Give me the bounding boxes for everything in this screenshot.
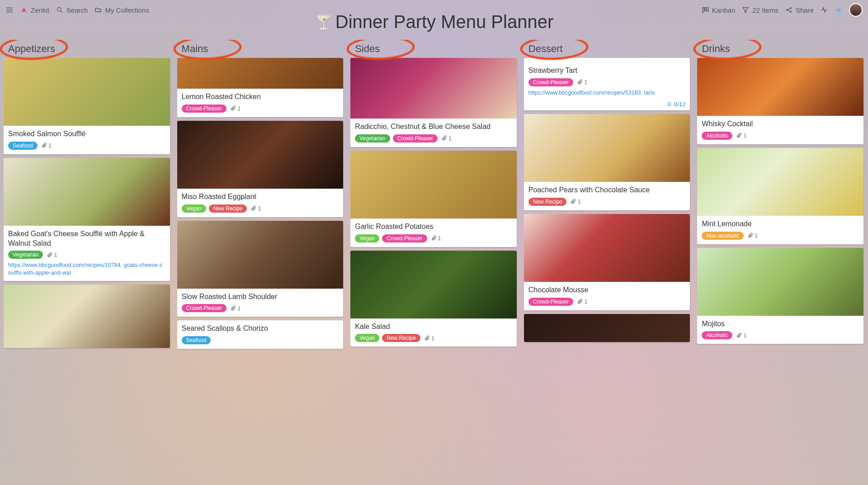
attachment-count[interactable]: 1 [570, 198, 580, 205]
card-image [350, 251, 517, 319]
kanban-board: AppetizersSmoked Salmon SouffléSeafood 1… [0, 40, 868, 485]
attachment-count[interactable]: 1 [41, 142, 52, 149]
card[interactable]: Miso Roasted EggplantVeganNew Recipe 1 [177, 121, 344, 217]
card-image [524, 314, 690, 342]
attachment-count[interactable]: 1 [230, 305, 241, 312]
tag[interactable]: Crowd-Pleaser [382, 234, 427, 242]
card-title: Poached Pears with Chocolate Sauce [528, 185, 686, 195]
card-image [4, 58, 170, 126]
card-title: Strawberry Tart [528, 66, 686, 76]
card-title: Smoked Salmon Soufflé [8, 129, 165, 139]
attachment-count[interactable]: 1 [47, 252, 57, 258]
tag[interactable]: Vegetarian [355, 134, 390, 143]
card-title: Baked Goat's Cheese Soufflé with Apple &… [8, 229, 165, 248]
tags-row: Non-alcoholic 1 [702, 232, 859, 240]
card[interactable]: Garlic Roasted PotatoesVeganCrowd-Please… [350, 151, 517, 247]
tag[interactable]: New Recipe [528, 198, 567, 206]
tag[interactable]: Seafood [8, 142, 38, 150]
card[interactable]: Strawberry TartCrowd-Pleaser 1https://ww… [524, 58, 690, 110]
tag[interactable]: Alcoholic [702, 132, 732, 140]
svg-line-14 [788, 10, 790, 12]
svg-rect-7 [704, 8, 706, 11]
svg-rect-8 [707, 8, 708, 12]
card-link[interactable]: https://www.bbcgoodfood.com/recipes/1078… [8, 262, 165, 276]
card-link[interactable]: https://www.bbcgoodfood.com/recipes/5316… [528, 89, 686, 96]
column-header[interactable]: Appetizers [4, 43, 55, 55]
tags-row: VeganCrowd-Pleaser 1 [355, 234, 512, 242]
attachment-count[interactable]: 1 [431, 235, 441, 242]
tag[interactable]: Crowd-Pleaser [528, 298, 573, 306]
card-image [177, 221, 344, 289]
column-header[interactable]: Dessert [524, 43, 563, 55]
card-title: Slow Roasted Lamb Shoulder [182, 292, 339, 302]
column-header[interactable]: Sides [350, 43, 380, 55]
card[interactable]: Seared Scallops & ChorizoSeafood [177, 320, 344, 349]
tags-row: VeganNew Recipe 1 [182, 204, 339, 213]
card-progress[interactable]: 0/12 [524, 101, 690, 110]
card-image [177, 58, 344, 89]
attachment-count[interactable]: 1 [747, 232, 758, 239]
card[interactable] [524, 314, 690, 342]
tag[interactable]: Alcoholic [702, 331, 732, 339]
card-title: Seared Scallops & Chorizo [182, 324, 339, 333]
tag[interactable]: Vegetarian [8, 251, 43, 259]
attachment-count[interactable]: 1 [577, 298, 587, 305]
card-title: Mint Lemonade [702, 219, 859, 229]
svg-point-11 [790, 8, 792, 9]
tag[interactable]: Crowd-Pleaser [182, 105, 226, 113]
column-dessert: DessertStrawberry TartCrowd-Pleaser 1htt… [524, 40, 691, 481]
tag[interactable]: Vegan [355, 234, 379, 242]
column-sides: SidesRadicchio, Chestnut & Blue Cheese S… [350, 40, 518, 481]
card-image [524, 58, 690, 62]
tags-row: VeganNew Recipe 1 [355, 334, 512, 342]
card[interactable]: Lemon Roasted ChickenCrowd-Pleaser 1 [177, 58, 344, 117]
card-title: Chocolate Mousse [528, 285, 686, 295]
svg-point-4 [57, 8, 61, 11]
attachment-count[interactable]: 1 [736, 332, 746, 339]
tag[interactable]: New Recipe [382, 334, 420, 342]
column-body: Lemon Roasted ChickenCrowd-Pleaser 1Miso… [177, 58, 344, 481]
card-title: Miso Roasted Eggplant [182, 192, 339, 202]
attachment-count[interactable]: 1 [736, 132, 746, 139]
card[interactable]: Smoked Salmon SouffléSeafood 1 [4, 58, 170, 154]
card-title: Mojitos [702, 319, 859, 329]
tag[interactable]: Vegan [182, 204, 206, 213]
attachment-count[interactable]: 1 [424, 335, 434, 342]
tags-row: Crowd-Pleaser 1 [528, 78, 686, 86]
tag[interactable]: Vegan [355, 334, 379, 342]
attachment-count[interactable]: 1 [441, 135, 452, 142]
tag[interactable]: Non-alcoholic [702, 232, 744, 240]
card[interactable]: Chocolate MousseCrowd-Pleaser 1 [524, 214, 690, 310]
card-image [697, 58, 863, 116]
attachment-count[interactable]: 1 [230, 105, 241, 112]
card[interactable]: Poached Pears with Chocolate SauceNew Re… [524, 114, 690, 210]
column-header[interactable]: Mains [177, 43, 208, 55]
tags-row: Crowd-Pleaser 1 [182, 304, 339, 312]
card-image [177, 121, 344, 189]
card-image [350, 58, 517, 119]
tag[interactable]: New Recipe [209, 204, 247, 213]
card-image [697, 148, 863, 216]
card[interactable]: MojitosAlcoholic 1 [697, 248, 863, 344]
cocktail-icon: 🍸 [315, 14, 333, 30]
card-image [4, 158, 170, 226]
card[interactable]: Baked Goat's Cheese Soufflé with Apple &… [4, 158, 170, 281]
card[interactable]: Mint LemonadeNon-alcoholic 1 [697, 148, 863, 244]
tag[interactable]: Crowd-Pleaser [528, 78, 573, 86]
tags-row: Alcoholic 1 [702, 331, 859, 339]
svg-marker-3 [22, 7, 27, 12]
card-title: Lemon Roasted Chicken [182, 92, 339, 102]
tag[interactable]: Crowd-Pleaser [393, 134, 438, 143]
attachment-count[interactable]: 1 [577, 79, 587, 86]
tags-row: VegetarianCrowd-Pleaser 1 [355, 134, 512, 143]
card[interactable]: Slow Roasted Lamb ShoulderCrowd-Pleaser … [177, 221, 344, 317]
tag[interactable]: Seafood [182, 336, 211, 344]
attachment-count[interactable]: 1 [250, 205, 261, 212]
card[interactable]: Kale SaladVeganNew Recipe 1 [350, 251, 517, 347]
card[interactable]: Radicchio, Chestnut & Blue Cheese SaladV… [350, 58, 517, 147]
tag[interactable]: Crowd-Pleaser [182, 304, 226, 312]
column-header[interactable]: Drinks [697, 43, 730, 55]
column-appetizers: AppetizersSmoked Salmon SouffléSeafood 1… [4, 40, 171, 481]
card[interactable]: Whisky CocktailAlcoholic 1 [697, 58, 863, 144]
card[interactable] [4, 285, 170, 348]
